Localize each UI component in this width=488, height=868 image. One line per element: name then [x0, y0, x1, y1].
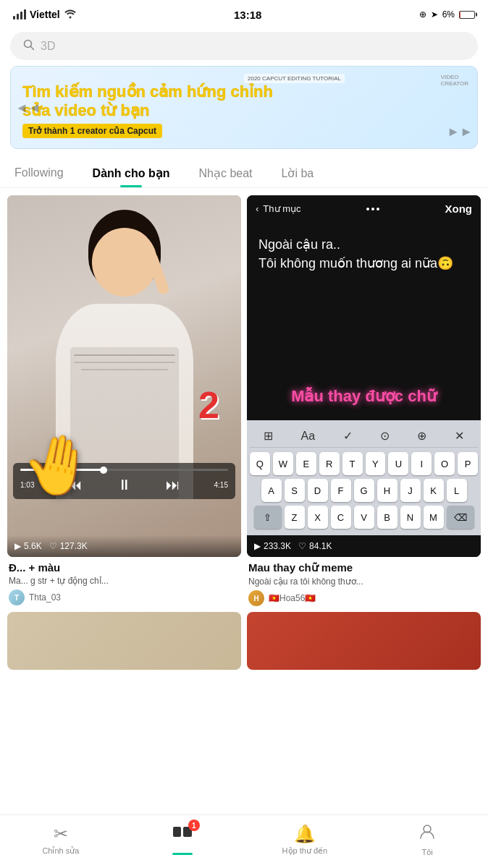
kb-key-m[interactable]: M [424, 506, 444, 529]
nav-profile[interactable]: Tôi [405, 822, 449, 856]
video-card-left[interactable]: 2 1:03 ⏮ ⏸ ⏭ 4:15 ▶ 5.6K [7, 195, 241, 606]
kb-backspace-key[interactable]: ⌫ [447, 506, 474, 529]
card-text-line1: Ngoài cậu ra.. [258, 237, 469, 252]
kb-check-icon[interactable]: ✓ [343, 429, 353, 443]
kb-key-a[interactable]: A [261, 479, 282, 502]
kb-key-n[interactable]: N [400, 506, 421, 529]
kb-close-icon[interactable]: ✕ [455, 429, 464, 443]
heart-icon-right: ♡ [298, 541, 306, 551]
keyboard-row-3: ⇧ Z X C V B N M ⌫ [250, 506, 478, 529]
search-input[interactable]: 3D [41, 40, 55, 53]
back-chevron-icon[interactable]: ‹ [256, 203, 258, 214]
kb-key-r[interactable]: R [319, 452, 340, 475]
card-left-author: T Thta_03 [9, 590, 240, 605]
banner-video-creator: VIDEOCREATOR [441, 74, 468, 87]
card-right-desc: Ngoài cậu ra tôi không thươ... [248, 576, 479, 587]
keyboard-toolbar: ⊞ Aa ✓ ⊙ ⊕ ✕ [250, 425, 478, 448]
header-left: ‹ Thư mục [256, 203, 300, 214]
card-right-content: ‹ Thư mục Xong Ngoài cậu ra.. Tôi không … [247, 195, 481, 557]
feed-active-indicator [172, 853, 193, 855]
wifi-icon [64, 9, 77, 21]
card-left-stats: ▶ 5.6K ♡ 127.3K [7, 535, 241, 557]
card-right-info: Mau thay chữ meme Ngoài cậu ra tôi không… [247, 557, 481, 606]
kb-grid-icon[interactable]: ⊞ [264, 429, 273, 443]
kb-camera-icon[interactable]: ⊙ [380, 429, 390, 443]
kb-key-v[interactable]: V [354, 506, 374, 529]
banner-prev-icon: ◄◄ [15, 100, 41, 115]
bell-icon: 🔔 [294, 824, 316, 844]
kb-key-d[interactable]: D [308, 479, 328, 502]
kb-key-i[interactable]: I [411, 452, 432, 475]
keyboard-row-1: Q W E R T Y U I O P [250, 452, 478, 475]
mini-card-left[interactable] [7, 612, 241, 670]
kb-shift-key[interactable]: ⇧ [254, 506, 282, 529]
tab-lyrics[interactable]: Lời ba [267, 159, 329, 187]
tab-following[interactable]: Following [0, 159, 78, 187]
kb-key-u[interactable]: U [388, 452, 408, 475]
nav-inbox[interactable]: 🔔 Hộp thư đến [282, 824, 328, 856]
number-badge: 2 [198, 383, 219, 427]
card-pink-text: Mẫu thay được chữ [247, 373, 481, 420]
tab-beat[interactable]: Nhạc beat [184, 159, 266, 187]
mini-card-right[interactable] [247, 612, 481, 670]
banner: ◄◄ 2020 CAPCUT EDITING TUTORIAL VIDEOCRE… [10, 66, 478, 149]
kb-key-c[interactable]: C [331, 506, 351, 529]
card-right-avatar: H [248, 590, 264, 606]
card-left-author-name: Thta_03 [29, 592, 61, 603]
kb-key-s[interactable]: S [285, 479, 305, 502]
like-count-right: ♡ 84.1K [298, 541, 332, 551]
feed-badge: 1 [188, 820, 200, 831]
view-count: ▶ 5.6K [14, 541, 42, 551]
kb-key-f[interactable]: F [331, 479, 351, 502]
heart-icon: ♡ [49, 541, 57, 551]
video-card-right[interactable]: ‹ Thư mục Xong Ngoài cậu ra.. Tôi không … [247, 195, 481, 606]
kb-key-k[interactable]: K [424, 479, 444, 502]
kb-key-h[interactable]: H [377, 479, 397, 502]
kb-key-j[interactable]: J [400, 479, 421, 502]
view-count-right: ▶ 233.3K [254, 541, 291, 551]
close-button[interactable]: Xong [445, 203, 473, 215]
fastforward-icon[interactable]: ⏭ [166, 477, 180, 493]
scissors-icon: ✂ [54, 824, 68, 844]
bottom-row [0, 606, 488, 670]
nav-inbox-label: Hộp thư đến [282, 846, 328, 856]
pause-icon[interactable]: ⏸ [117, 477, 132, 493]
card-left-video[interactable]: 2 1:03 ⏮ ⏸ ⏭ 4:15 ▶ 5.6K [7, 195, 241, 557]
kb-text-icon[interactable]: Aa [301, 430, 316, 443]
kb-key-g[interactable]: G [354, 479, 374, 502]
header-dots[interactable] [366, 208, 379, 210]
battery-icon [459, 11, 475, 19]
kb-key-y[interactable]: Y [366, 452, 386, 475]
kb-key-z[interactable]: Z [285, 506, 305, 529]
nav-edit-label: Chỉnh sửa [42, 846, 79, 856]
tab-for-you[interactable]: Dành cho bạn [78, 159, 185, 187]
card-right-title: Mau thay chữ meme [248, 561, 479, 574]
kb-key-p[interactable]: P [458, 452, 478, 475]
battery-pct-label: 6% [442, 9, 455, 20]
hand-cursor-icon: 🤚 [17, 425, 100, 505]
profile-icon [418, 822, 437, 846]
card-right-stats: ▶ 233.3K ♡ 84.1K [247, 535, 481, 557]
kb-key-w[interactable]: W [273, 452, 293, 475]
status-left: Viettel [13, 9, 77, 21]
kb-key-q[interactable]: Q [250, 452, 270, 475]
card-right-video[interactable]: ‹ Thư mục Xong Ngoài cậu ra.. Tôi không … [247, 195, 481, 557]
banner-next-icon: ►► [447, 124, 473, 140]
kb-key-b[interactable]: B [377, 506, 397, 529]
status-time: 13:18 [234, 9, 261, 21]
card-left-image [7, 195, 241, 557]
kb-key-x[interactable]: X [308, 506, 328, 529]
nav-feed[interactable]: 1 [161, 824, 204, 855]
nav-edit[interactable]: ✂ Chỉnh sửa [39, 824, 83, 856]
kb-key-l[interactable]: L [447, 479, 467, 502]
card-text-line2: Tôi không muốn thương ai nữa🙃 [258, 255, 469, 271]
search-bar[interactable]: 3D [10, 32, 478, 60]
kb-key-o[interactable]: O [434, 452, 455, 475]
kb-globe-icon[interactable]: ⊕ [417, 429, 426, 443]
play-icon-right: ▶ [254, 541, 261, 551]
card-left-avatar: T [9, 590, 25, 605]
kb-key-t[interactable]: T [342, 452, 363, 475]
keyboard-area: ⊞ Aa ✓ ⊙ ⊕ ✕ Q W E R T Y [247, 420, 481, 535]
kb-key-e[interactable]: E [296, 452, 316, 475]
card-left-info: Đ... + màu Ma... g str + tự động chỉ... … [7, 557, 241, 605]
